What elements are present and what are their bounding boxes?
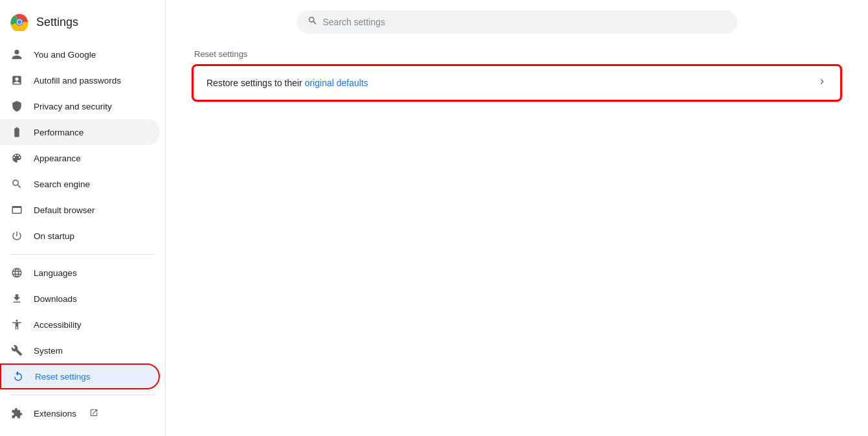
puzzle-icon xyxy=(10,407,23,420)
restore-defaults-text: Restore settings to their original defau… xyxy=(206,78,368,88)
globe-icon xyxy=(10,266,23,279)
accessibility-icon xyxy=(10,318,23,331)
search-bar xyxy=(297,10,737,34)
sidebar-item-autofill[interactable]: Autofill and passwords xyxy=(0,67,160,93)
search-input[interactable] xyxy=(323,17,727,27)
shield-icon xyxy=(10,100,23,113)
palette-icon xyxy=(10,152,23,165)
sidebar-divider-2 xyxy=(10,395,155,395)
sidebar-divider-1 xyxy=(10,254,155,255)
power-icon xyxy=(10,229,23,242)
sidebar-item-label: Accessibility xyxy=(34,320,82,330)
sidebar-item-label: Autofill and passwords xyxy=(34,76,121,86)
speed-icon xyxy=(10,126,23,139)
sidebar-item-label: Default browser xyxy=(34,205,95,215)
sidebar-item-label: Privacy and security xyxy=(34,102,112,111)
search-icon xyxy=(307,16,318,29)
sidebar-item-label: You and Google xyxy=(34,50,96,60)
sidebar-item-label: Performance xyxy=(34,128,83,137)
sidebar-title: Settings xyxy=(36,16,78,29)
sidebar-item-label: Reset settings xyxy=(35,372,91,382)
sidebar-item-label: Languages xyxy=(34,268,77,278)
sidebar-item-default-browser[interactable]: Default browser xyxy=(0,197,160,223)
sidebar-item-reset-settings[interactable]: Reset settings xyxy=(0,363,160,389)
sidebar-item-on-startup[interactable]: On startup xyxy=(0,223,160,249)
sidebar-item-you-and-google[interactable]: You and Google xyxy=(0,41,160,67)
reset-settings-section: Reset settings Restore settings to their… xyxy=(192,49,842,102)
sidebar-item-privacy[interactable]: Privacy and security xyxy=(0,93,160,119)
download-icon xyxy=(10,292,23,305)
sidebar-header: Settings xyxy=(0,5,165,41)
sidebar-item-label: Extensions xyxy=(34,409,76,419)
original-defaults-link: original defaults xyxy=(305,78,368,88)
reset-icon xyxy=(12,370,25,383)
restore-defaults-row[interactable]: Restore settings to their original defau… xyxy=(194,66,840,100)
sidebar-item-performance[interactable]: Performance xyxy=(0,119,160,145)
wrench-icon xyxy=(10,344,23,357)
search-icon xyxy=(10,178,23,190)
chevron-right-icon xyxy=(817,76,827,89)
sidebar-item-label: Search engine xyxy=(34,179,90,189)
chrome-logo xyxy=(10,13,28,31)
sidebar-item-accessibility[interactable]: Accessibility xyxy=(0,312,160,338)
settings-card: Restore settings to their original defau… xyxy=(192,64,842,102)
sidebar-item-downloads[interactable]: Downloads xyxy=(0,286,160,312)
person-icon xyxy=(10,48,23,61)
external-link-icon xyxy=(89,408,98,419)
search-bar-container xyxy=(192,0,842,49)
section-title: Reset settings xyxy=(192,49,842,59)
sidebar-item-extensions[interactable]: Extensions xyxy=(0,400,160,426)
autofill-icon xyxy=(10,74,23,87)
sidebar-item-label: System xyxy=(34,346,63,356)
sidebar-item-search-engine[interactable]: Search engine xyxy=(0,171,160,197)
sidebar-item-label: Downloads xyxy=(34,294,77,304)
sidebar-item-appearance[interactable]: Appearance xyxy=(0,145,160,171)
svg-point-4 xyxy=(17,20,21,24)
sidebar-item-system[interactable]: System xyxy=(0,338,160,363)
browser-icon xyxy=(10,203,23,216)
sidebar: Settings You and Google Autofill and pas… xyxy=(0,0,166,436)
sidebar-item-languages[interactable]: Languages xyxy=(0,260,160,286)
sidebar-item-label: Appearance xyxy=(34,154,81,163)
main-content: Reset settings Restore settings to their… xyxy=(166,0,868,436)
sidebar-item-label: On startup xyxy=(34,231,74,241)
